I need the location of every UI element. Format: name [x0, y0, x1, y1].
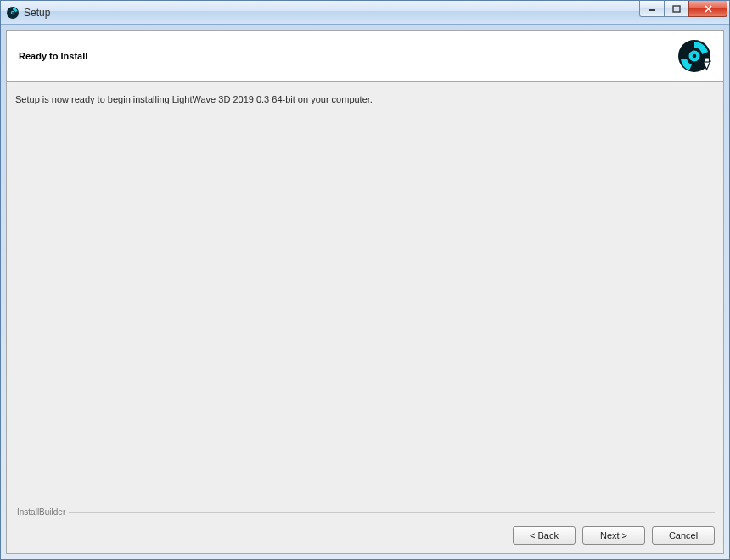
page-title: Ready to Install: [19, 51, 87, 61]
wizard-panel: Ready to Install Setup is now ready to b…: [6, 30, 724, 554]
svg-rect-3: [649, 9, 655, 11]
window-title: Setup: [24, 7, 50, 19]
maximize-button[interactable]: [664, 1, 689, 17]
client-area: Ready to Install Setup is now ready to b…: [1, 25, 729, 559]
footer-separator: InstallBuilder: [17, 507, 715, 518]
window-controls: [640, 1, 727, 24]
minimize-icon: [648, 5, 656, 12]
titlebar[interactable]: Setup: [1, 1, 729, 25]
maximize-icon: [672, 5, 681, 13]
close-icon: [704, 5, 713, 13]
svg-rect-10: [705, 58, 710, 62]
ready-message: Setup is now ready to begin installing L…: [15, 94, 715, 104]
wizard-body: Setup is now ready to begin installing L…: [7, 82, 723, 499]
button-row: < Back Next > Cancel: [17, 526, 715, 545]
close-button[interactable]: [688, 1, 727, 17]
wizard-header: Ready to Install: [7, 31, 723, 82]
back-button[interactable]: < Back: [513, 526, 576, 545]
svg-rect-4: [673, 6, 680, 12]
cancel-button[interactable]: Cancel: [652, 526, 715, 545]
minimize-button[interactable]: [639, 1, 665, 17]
installer-window: Setup Ready to Install: [0, 0, 730, 560]
svg-point-2: [12, 12, 14, 14]
svg-point-9: [693, 54, 697, 59]
product-logo-icon: [677, 39, 711, 73]
wizard-footer: InstallBuilder < Back Next > Cancel: [7, 499, 723, 553]
installbuilder-label: InstallBuilder: [17, 507, 69, 517]
app-icon: [6, 6, 20, 20]
next-button[interactable]: Next >: [582, 526, 645, 545]
